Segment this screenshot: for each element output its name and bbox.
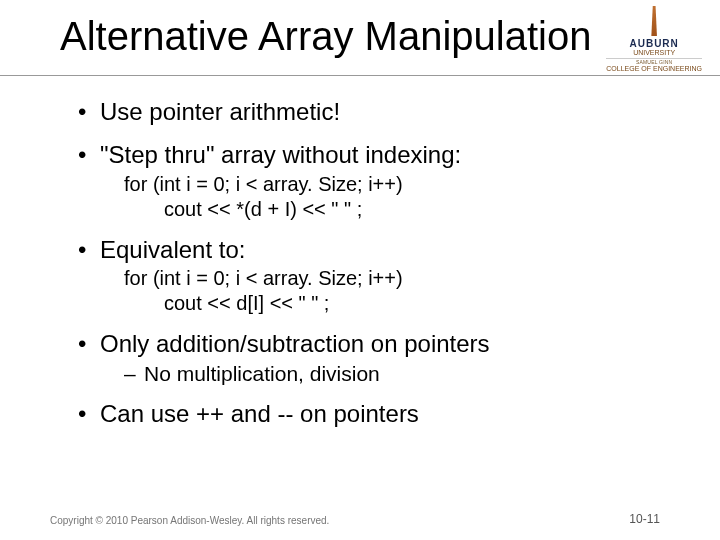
- code-block-2: for (int i = 0; i < array. Size; i++) co…: [124, 266, 680, 316]
- page-number: 10-11: [629, 512, 660, 526]
- bullet-list: Use pointer arithmetic! "Step thru" arra…: [72, 98, 680, 429]
- bullet-4-text: Only addition/subtraction on pointers: [100, 330, 490, 357]
- bullet-4: Only addition/subtraction on pointers No…: [72, 330, 680, 386]
- bullet-3: Equivalent to: for (int i = 0; i < array…: [72, 236, 680, 317]
- slide: AUBURN UNIVERSITY SAMUEL GINN COLLEGE OF…: [0, 0, 720, 540]
- logo-name: AUBURN: [606, 38, 702, 49]
- slide-title: Alternative Array Manipulation: [60, 14, 591, 59]
- bullet-3-text: Equivalent to:: [100, 236, 245, 263]
- code1-line1: for (int i = 0; i < array. Size; i++): [124, 173, 403, 195]
- logo-sub2: SAMUEL GINN: [606, 58, 702, 66]
- logo-sub1: UNIVERSITY: [606, 49, 702, 57]
- title-divider: [0, 75, 720, 76]
- code2-line1: for (int i = 0; i < array. Size; i++): [124, 267, 403, 289]
- auburn-logo: AUBURN UNIVERSITY SAMUEL GINN COLLEGE OF…: [606, 6, 702, 73]
- bullet-1: Use pointer arithmetic!: [72, 98, 680, 127]
- bullet-5: Can use ++ and -- on pointers: [72, 400, 680, 429]
- tower-icon: [647, 6, 661, 36]
- copyright-text: Copyright © 2010 Pearson Addison-Wesley.…: [50, 515, 329, 526]
- logo-sub3: COLLEGE OF ENGINEERING: [606, 65, 702, 73]
- bullet-2-text: "Step thru" array without indexing:: [100, 141, 461, 168]
- bullet-4-sub: No multiplication, division: [122, 361, 680, 386]
- sub-bullet-list: No multiplication, division: [122, 361, 680, 386]
- slide-body: Use pointer arithmetic! "Step thru" arra…: [72, 98, 680, 443]
- code2-line2: cout << d[I] << " " ;: [124, 291, 680, 316]
- bullet-2: "Step thru" array without indexing: for …: [72, 141, 680, 222]
- code-block-1: for (int i = 0; i < array. Size; i++) co…: [124, 172, 680, 222]
- code1-line2: cout << *(d + I) << " " ;: [124, 197, 680, 222]
